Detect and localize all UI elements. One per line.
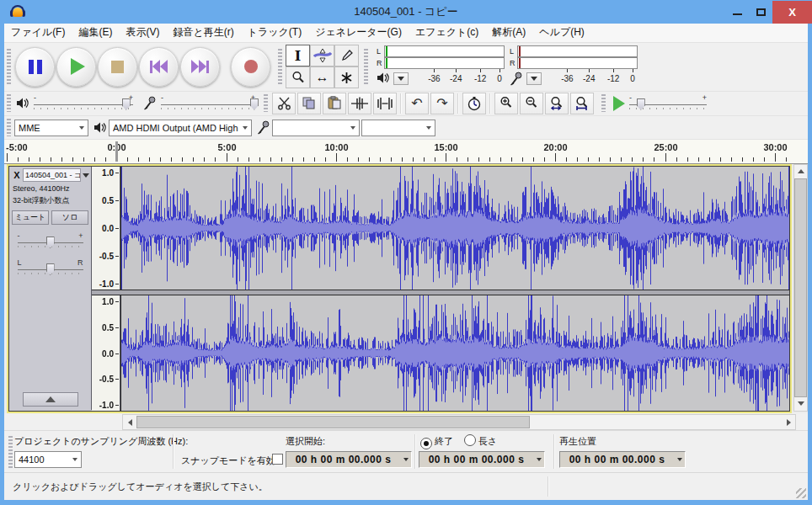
zoom-in-button[interactable] [494, 93, 518, 114]
output-device-select[interactable]: AMD HDMI Output (AMD High Def [109, 120, 252, 136]
playback-meter[interactable]: LR-36-24-120 [377, 45, 505, 88]
end-radio[interactable] [420, 438, 432, 449]
zoom-out-button[interactable] [520, 93, 543, 114]
menu-item-5[interactable]: トラック(T) [241, 24, 308, 42]
undo-button[interactable]: ↶ [405, 93, 429, 114]
track-pan-slider[interactable]: LR [18, 258, 83, 279]
playback-position-field[interactable]: 00 h 00 m 00.000 s [559, 451, 686, 468]
trim-button[interactable] [348, 93, 371, 114]
solo-button[interactable]: ソロ [51, 210, 88, 225]
selection-start-field[interactable]: 00 h 00 m 00.000 s [286, 451, 412, 468]
redo-button[interactable]: ↷ [430, 93, 454, 114]
menu-item-6[interactable]: ジェネレーター(G) [308, 24, 409, 42]
length-radio[interactable] [464, 434, 476, 446]
timeshift-tool[interactable]: ↔ [310, 66, 334, 88]
skip-to-end-button[interactable] [180, 47, 220, 87]
output-volume-slider[interactable]: -+ [34, 93, 133, 114]
envelope-tool[interactable] [310, 45, 334, 66]
pan-slider-control[interactable]: LR [18, 258, 83, 279]
vertical-scrollbar[interactable] [793, 164, 808, 412]
horizontal-scroll-row [4, 413, 808, 430]
cut-button[interactable] [272, 93, 296, 114]
input-device-select[interactable] [272, 120, 360, 136]
toolbar-grip[interactable] [7, 94, 11, 112]
skip-to-start-button[interactable] [139, 47, 179, 87]
horizontal-scroll-track[interactable] [136, 416, 782, 428]
pause-button[interactable] [15, 47, 55, 87]
scroll-left-button[interactable] [123, 416, 136, 428]
selection-end-field[interactable]: 00 h 00 m 00.000 s [419, 451, 545, 468]
recording-meter[interactable]: LR-36-24-120 [510, 45, 638, 88]
copy-button[interactable] [297, 93, 321, 114]
menu-item-1[interactable]: ファイル(F) [4, 24, 72, 42]
waveform-right-channel[interactable] [120, 295, 789, 411]
close-button[interactable]: X [772, 1, 812, 24]
multitool-icon [340, 72, 353, 84]
play-at-speed-button[interactable] [609, 94, 629, 113]
transport-toolbar [14, 47, 271, 87]
toolbar-grip[interactable] [601, 94, 606, 112]
timeline-ruler-canvas[interactable] [4, 140, 801, 162]
input-volume-slider[interactable]: -+ [161, 93, 255, 114]
vertical-scroll-thumb[interactable] [794, 178, 807, 397]
zoom-tool[interactable] [286, 66, 310, 88]
dropdown-arrow-icon[interactable] [400, 458, 411, 461]
track-collapse-button[interactable] [23, 392, 78, 407]
resize-grip[interactable] [796, 488, 806, 498]
stop-button[interactable] [98, 47, 137, 87]
amp-label: 0.5 [102, 322, 114, 332]
horizontal-scroll-thumb[interactable] [136, 416, 530, 428]
fit-project-button[interactable] [570, 93, 594, 114]
meter-scale-number: -24 [583, 74, 595, 83]
host-select[interactable]: MME [14, 120, 88, 136]
horizontal-scrollbar[interactable] [122, 414, 796, 430]
scroll-right-button[interactable] [782, 416, 795, 428]
toolbar-grip[interactable] [7, 49, 11, 85]
track-close-button[interactable]: X [11, 169, 23, 181]
mute-button[interactable]: ミュート [12, 210, 49, 225]
amp-tick [115, 256, 119, 257]
selection-tool[interactable]: I [286, 45, 310, 66]
snap-mode-checkbox[interactable] [272, 454, 283, 465]
track-gain-slider[interactable]: -+ [18, 231, 83, 252]
multi-tool[interactable] [334, 66, 359, 88]
fit-selection-button[interactable] [545, 93, 569, 114]
scroll-down-button[interactable] [794, 397, 807, 411]
meter-dropdown-button[interactable] [393, 72, 409, 85]
waveform-left-channel[interactable] [120, 167, 789, 290]
minimize-button[interactable] [725, 1, 749, 24]
timeline-ruler[interactable] [4, 140, 808, 164]
toolbar-grip[interactable] [278, 49, 282, 85]
dropdown-arrow-icon [398, 77, 404, 81]
silence-button[interactable] [373, 93, 397, 114]
paste-button[interactable] [323, 93, 346, 114]
record-button[interactable] [231, 47, 270, 87]
maximize-button[interactable] [749, 1, 772, 24]
draw-tool[interactable] [334, 45, 359, 66]
playback-speed-slider[interactable]: -+ [629, 93, 707, 114]
toolbar-grip[interactable] [264, 94, 268, 112]
dropdown-arrow-icon[interactable] [674, 458, 685, 461]
input-channels-select[interactable] [361, 120, 435, 136]
menu-item-3[interactable]: 表示(V) [119, 24, 166, 42]
menu-item-4[interactable]: 録音と再生(r) [166, 24, 240, 42]
timer-record-button[interactable] [462, 93, 486, 114]
gain-slider-control[interactable]: -+ [18, 231, 83, 252]
meter-dropdown-button[interactable] [526, 72, 542, 85]
play-button[interactable] [56, 47, 96, 87]
toolbar-grip[interactable] [7, 119, 11, 136]
toolbar-grip[interactable] [8, 436, 13, 468]
menu-item-9[interactable]: ヘルプ(H) [532, 24, 591, 42]
amp-label: 0.0 [102, 348, 114, 358]
menu-item-7[interactable]: エフェクト(c) [409, 24, 485, 42]
sample-rate-select[interactable]: 44100 [14, 451, 82, 468]
slider-groove [161, 104, 255, 105]
track-menu-arrow-icon[interactable] [83, 173, 89, 178]
menu-item-2[interactable]: 編集(E) [72, 24, 119, 42]
track-name[interactable]: 140504_001 - コ [23, 168, 81, 182]
dropdown-arrow-icon[interactable] [533, 458, 544, 461]
toolbar-grip[interactable] [364, 49, 368, 85]
scroll-up-button[interactable] [794, 165, 807, 178]
menu-item-8[interactable]: 解析(A) [485, 24, 532, 42]
playback-meter-channel-L: L [377, 45, 505, 57]
